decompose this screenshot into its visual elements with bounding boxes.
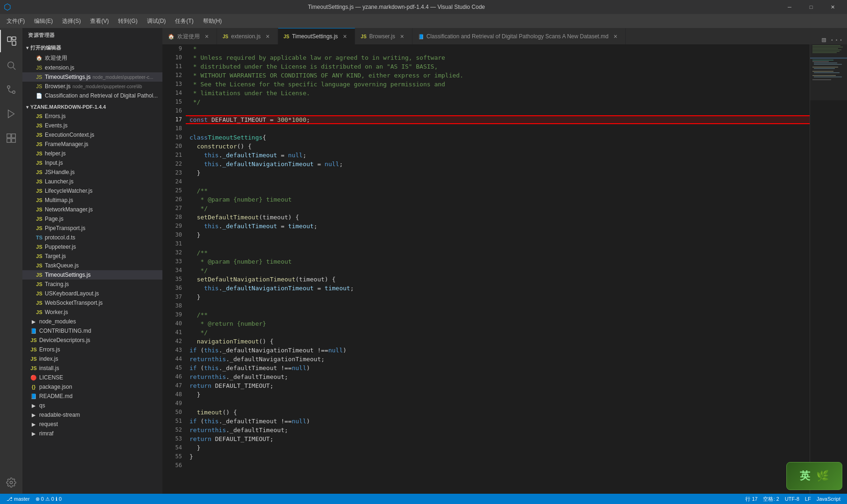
js-file-icon: JS	[35, 64, 43, 71]
more-actions-button[interactable]: ···	[830, 35, 843, 44]
file-item-helper-js[interactable]: JS helper.js	[22, 149, 162, 158]
file-item-Input-js[interactable]: JS Input.js	[22, 158, 162, 168]
file-item-Events-js[interactable]: JS Events.js	[22, 121, 162, 130]
search-icon[interactable]	[0, 54, 22, 77]
open-editors-section[interactable]: ▾ 打开的编辑器	[22, 42, 162, 53]
file-item-Page-js[interactable]: JS Page.js	[22, 214, 162, 224]
file-item-USKeyboardLayout-js[interactable]: JS USKeyboardLayout.js	[22, 289, 162, 298]
line-num-11: 11	[162, 62, 182, 71]
line-num-46: 46	[162, 372, 182, 381]
file-item-CONTRIBUTING-md[interactable]: 📘 CONTRIBUTING.md	[22, 326, 162, 336]
code-line-16	[189, 106, 810, 115]
file-item-Errors-js[interactable]: JS Errors.js	[22, 112, 162, 121]
open-file-browser[interactable]: JS Browser.js node_modules\puppeteer-cor…	[22, 82, 162, 91]
tab-classification[interactable]: 📘 Classification and Retrieval of Digita…	[413, 28, 626, 44]
file-item-readable-stream[interactable]: ▶ readable-stream	[22, 410, 162, 420]
split-editor-button[interactable]: ⊞	[821, 35, 826, 44]
file-item-package-json[interactable]: {} package.json	[22, 382, 162, 392]
tab-welcome[interactable]: 🏠 欢迎使用 ×	[162, 28, 217, 44]
file-item-install-js[interactable]: JS install.js	[22, 364, 162, 373]
menu-item-文件(F)[interactable]: 文件(F)	[2, 14, 29, 28]
settings-icon[interactable]	[0, 471, 22, 494]
tab-close-welcome[interactable]: ×	[203, 32, 211, 41]
file-item-node_modules[interactable]: ▶ node_modules	[22, 317, 162, 326]
sidebar-title: 资源管理器	[22, 28, 162, 42]
file-item-NetworkManager-js[interactable]: JS NetworkManager.js	[22, 205, 162, 214]
debug-icon[interactable]	[0, 103, 22, 125]
open-file-extension[interactable]: JS extension.js	[22, 63, 162, 72]
file-item-JSHandle-js[interactable]: JS JSHandle.js	[22, 168, 162, 177]
open-file-classification[interactable]: 📄 Classification and Retrieval of Digita…	[22, 91, 162, 100]
code-content[interactable]: * * Unless required by applicable law or…	[186, 44, 810, 494]
open-file-welcome[interactable]: 🏠 欢迎使用	[22, 53, 162, 63]
line-num-15: 15	[162, 98, 182, 106]
file-item-Multimap-js[interactable]: JS Multimap.js	[22, 196, 162, 205]
menu-item-选择(S)[interactable]: 选择(S)	[57, 14, 85, 28]
file-item-Worker-js[interactable]: JS Worker.js	[22, 308, 162, 317]
spaces-status[interactable]: 空格: 2	[760, 496, 782, 503]
file-item-WebSocketTransport-js[interactable]: JS WebSocketTransport.js	[22, 298, 162, 308]
code-line-34: */	[189, 266, 810, 275]
menu-item-任务(T)[interactable]: 任务(T)	[170, 14, 198, 28]
file-item-LifecycleWatcher-js[interactable]: JS LifecycleWatcher.js	[22, 186, 162, 196]
file-item-Puppeteer-js[interactable]: JS Puppeteer.js	[22, 242, 162, 252]
file-icon: JS	[35, 271, 43, 279]
file-item-Launcher-js[interactable]: JS Launcher.js	[22, 177, 162, 186]
tab-close-timeout[interactable]: ×	[341, 32, 349, 41]
file-item-index-js[interactable]: JS index.js	[22, 354, 162, 364]
errors-status[interactable]: ⊗ 0 ⚠ 0 ℹ 0	[33, 496, 64, 502]
git-branch-status[interactable]: ⎇ master	[4, 496, 33, 502]
file-item-rimraf[interactable]: ▶ rimraf	[22, 429, 162, 438]
line-ending-status[interactable]: LF	[802, 496, 814, 503]
menu-item-帮助(H)[interactable]: 帮助(H)	[198, 14, 227, 28]
file-item-TimeoutSettings-js[interactable]: JS TimeoutSettings.js	[22, 270, 162, 280]
tab-close-browser[interactable]: ×	[398, 32, 406, 41]
project-section[interactable]: ▾ YZANE.MARKDOWN-PDF-1.4.4	[22, 102, 162, 112]
file-item-request[interactable]: ▶ request	[22, 420, 162, 429]
git-branch-label: master	[14, 496, 30, 502]
menu-item-编辑(E)[interactable]: 编辑(E)	[29, 14, 57, 28]
tab-close-extension[interactable]: ×	[264, 32, 272, 41]
file-item-Target-js[interactable]: JS Target.js	[22, 252, 162, 261]
code-line-47: return DEFAULT_TIMEOUT;	[189, 381, 810, 390]
file-icon: ▶	[30, 318, 37, 325]
explorer-icon[interactable]	[0, 30, 22, 52]
tab-close-classification[interactable]: ×	[611, 32, 620, 41]
file-item-qs[interactable]: ▶ qs	[22, 401, 162, 410]
open-file-timeout[interactable]: JS TimeoutSettings.js node_modules\puppe…	[22, 72, 162, 82]
encoding-status[interactable]: UTF-8	[782, 496, 802, 503]
file-item-Tracing-js[interactable]: JS Tracing.js	[22, 280, 162, 289]
language-status[interactable]: JavaScript	[814, 496, 843, 503]
file-item-PipeTransport-js[interactable]: JS PipeTransport.js	[22, 224, 162, 233]
file-icon: ▶	[30, 402, 37, 409]
file-icon: JS	[35, 290, 43, 297]
menu-item-转到(G)[interactable]: 转到(G)	[113, 14, 142, 28]
line-num-25: 25	[162, 186, 182, 195]
menu-bar: 文件(F)编辑(E)选择(S)查看(V)转到(G)调试(D)任务(T)帮助(H)	[0, 14, 847, 28]
tab-browser[interactable]: JS Browser.js ×	[355, 28, 413, 44]
tab-timeoutsettings[interactable]: JS TimeoutSettings.js ×	[278, 28, 356, 44]
file-item-README-md[interactable]: 📘 README.md	[22, 392, 162, 401]
close-button[interactable]: ✕	[822, 0, 843, 14]
line-num-13: 13	[162, 80, 182, 89]
file-item-protocol-d-ts[interactable]: TS protocol.d.ts	[22, 233, 162, 242]
extensions-icon[interactable]	[0, 127, 22, 149]
menu-item-查看(V)[interactable]: 查看(V)	[85, 14, 113, 28]
line-num-34: 34	[162, 266, 182, 275]
code-line-33: * @param {number} timeout	[189, 257, 810, 266]
line-col-status[interactable]: 行 17	[742, 496, 760, 503]
minimize-button[interactable]: ─	[779, 0, 800, 14]
file-item-Errors-js[interactable]: JS Errors.js	[22, 345, 162, 354]
tab-extension[interactable]: JS extension.js ×	[217, 28, 278, 44]
file-item-DeviceDescriptors-js[interactable]: JS DeviceDescriptors.js	[22, 336, 162, 345]
source-control-icon[interactable]	[0, 78, 22, 101]
file-icon: JS	[35, 206, 43, 213]
file-item-TaskQueue-js[interactable]: JS TaskQueue.js	[22, 261, 162, 270]
maximize-button[interactable]: □	[800, 0, 822, 14]
file-item-LICENSE[interactable]: 🔴 LICENSE	[22, 373, 162, 382]
menu-item-调试(D)[interactable]: 调试(D)	[142, 14, 171, 28]
file-item-ExecutionContext-js[interactable]: JS ExecutionContext.js	[22, 130, 162, 140]
file-item-FrameManager-js[interactable]: JS FrameManager.js	[22, 140, 162, 149]
file-icon: JS	[35, 168, 43, 176]
line-num-29: 29	[162, 222, 182, 231]
